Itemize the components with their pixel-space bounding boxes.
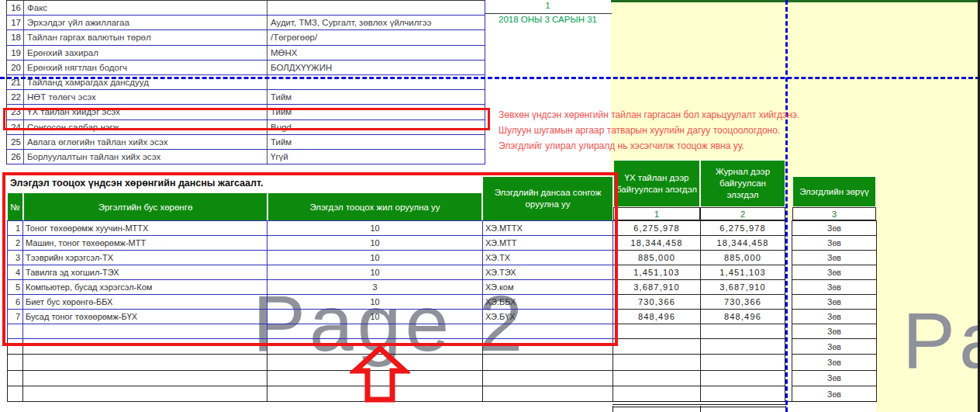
cell-label[interactable]: Борлуулалтын тайлан хийх эсэх bbox=[24, 149, 267, 164]
cell-value[interactable] bbox=[267, 1, 485, 16]
up-arrow-icon bbox=[350, 345, 410, 403]
cell-dep2[interactable]: 3,687,910 bbox=[701, 280, 785, 295]
cell-status[interactable]: Зөв bbox=[792, 355, 877, 370]
cell-status[interactable]: Зөв bbox=[792, 310, 877, 324]
cell-dep2[interactable] bbox=[701, 370, 785, 386]
cell-n[interactable] bbox=[8, 370, 23, 386]
table-row: Зөв bbox=[8, 386, 877, 401]
date-cell-border bbox=[485, 13, 612, 14]
header-cell-dep-journal[interactable]: Журнал дээр байгуулсан элэгдэл bbox=[700, 160, 785, 207]
header-cell-dep-report[interactable]: ҮХ тайлан дээр байгуулсан элэгдэл bbox=[613, 160, 700, 207]
top-green-strip bbox=[611, 0, 980, 2]
cell-dep2[interactable]: 730,366 bbox=[701, 295, 785, 310]
note-line-3: Элэгдлийг улирал улиралд нь хэсэгчилж то… bbox=[499, 140, 744, 151]
cell-status[interactable]: Зөв bbox=[792, 295, 877, 310]
table-row: 19Ерөнхий захиралМӨНХ bbox=[7, 45, 485, 60]
cell-value[interactable]: Тийм bbox=[267, 90, 485, 105]
highlight-box-row-23 bbox=[3, 108, 490, 130]
cell-value[interactable]: Үгүй bbox=[267, 149, 485, 164]
cell-dep1[interactable] bbox=[613, 324, 701, 339]
cell-status[interactable]: Зөв bbox=[792, 251, 877, 265]
total-cell-dep-report[interactable] bbox=[612, 404, 701, 412]
cell-value[interactable]: Тийм bbox=[267, 134, 485, 149]
cell-num[interactable]: 25 bbox=[7, 134, 24, 149]
cell-label[interactable]: Тайлан гаргах валютын төрөл bbox=[24, 30, 267, 45]
cell-dep2[interactable]: 1,451,103 bbox=[701, 265, 785, 280]
note-line-1: Зөвхөн үндсэн хөрөнгийн тайлан гаргасан … bbox=[499, 109, 799, 120]
cell-dep2[interactable]: 6,275,978 bbox=[701, 221, 785, 236]
company-info-rows: 16Факс17Эрхэлдэг үйл ажиллагааАудит, ТМЗ… bbox=[7, 1, 485, 164]
cell-status[interactable]: Зөв bbox=[792, 339, 877, 355]
report-date-cell[interactable]: 2018 ОНЫ 3 САРЫН 31 bbox=[485, 15, 611, 26]
cell-acct[interactable] bbox=[483, 386, 613, 401]
cell-name[interactable] bbox=[23, 386, 267, 401]
cell-label[interactable]: Факс bbox=[24, 1, 267, 16]
cell-dep1[interactable] bbox=[613, 370, 701, 386]
table-row: 16Факс bbox=[7, 1, 485, 16]
cell-status[interactable]: Зөв bbox=[792, 324, 877, 339]
table-row: 18Тайлан гаргах валютын төрөл/Төгрөгөөр/ bbox=[7, 30, 485, 45]
cell-dep1[interactable] bbox=[613, 339, 701, 355]
page-break-horizontal[interactable] bbox=[0, 77, 980, 79]
cell-dep2[interactable]: 848,496 bbox=[701, 310, 785, 324]
header-cell-dep-diff[interactable]: Элэгдлийн зөрүү bbox=[792, 176, 876, 207]
cell-label[interactable]: Ерөнхий нягтлан бодогч bbox=[24, 60, 267, 74]
cell-dep2[interactable] bbox=[701, 355, 785, 370]
cell-status[interactable]: Зөв bbox=[792, 280, 877, 295]
cell-dep1[interactable] bbox=[613, 386, 701, 401]
cell-value[interactable]: БОЛДХҮҮЖИН bbox=[267, 60, 485, 74]
table-row: 17Эрхэлдэг үйл ажиллагааАудит, ТМЗ, Сург… bbox=[7, 16, 485, 30]
cell-name[interactable] bbox=[23, 370, 267, 386]
cell-num[interactable]: 26 bbox=[7, 149, 24, 164]
cell-dep1[interactable]: 18,344,458 bbox=[613, 236, 701, 251]
cell-acct[interactable] bbox=[483, 355, 613, 370]
cell-dep1[interactable] bbox=[613, 355, 701, 370]
cell-value[interactable]: Аудит, ТМЗ, Сургалт, зөвлөх үйлчилгээ bbox=[267, 16, 485, 30]
cell-label[interactable]: НӨТ төлөгч эсэх bbox=[24, 90, 267, 105]
cell-status[interactable]: Зөв bbox=[792, 236, 877, 251]
page-break-vertical[interactable] bbox=[785, 0, 788, 412]
cell-dep1[interactable]: 848,496 bbox=[613, 310, 701, 324]
cell-num[interactable]: 17 bbox=[7, 16, 24, 30]
red-up-arrow bbox=[350, 345, 410, 403]
cell-dep1[interactable]: 885,000 bbox=[613, 251, 701, 265]
column-number-3[interactable]: 3 bbox=[792, 207, 876, 220]
cell-dep1[interactable]: 6,275,978 bbox=[613, 221, 701, 236]
cell-dep2[interactable] bbox=[701, 386, 785, 401]
cell-num[interactable]: 16 bbox=[7, 1, 24, 16]
cell-dep2[interactable] bbox=[701, 324, 785, 339]
cell-label[interactable]: Авлага өглөгийн тайлан хийх эсэх bbox=[24, 134, 267, 149]
cell-num[interactable]: 20 bbox=[7, 60, 24, 74]
cell-acct[interactable] bbox=[483, 370, 613, 386]
cell-dep1[interactable]: 730,366 bbox=[613, 295, 701, 310]
column-number-2[interactable]: 2 bbox=[700, 207, 785, 220]
cell-dep1[interactable]: 1,451,103 bbox=[613, 265, 701, 280]
table-row: 22НӨТ төлөгч эсэхТийм bbox=[7, 90, 485, 105]
cell-status[interactable]: Зөв bbox=[792, 265, 877, 280]
highlight-box-asset-table bbox=[2, 172, 618, 346]
column-number-1[interactable]: 1 bbox=[613, 207, 700, 220]
cell-n[interactable] bbox=[8, 386, 23, 401]
cell-num[interactable]: 19 bbox=[7, 45, 24, 60]
cell-value[interactable]: /Төгрөгөөр/ bbox=[267, 30, 485, 45]
cell-dep2[interactable]: 885,000 bbox=[701, 251, 785, 265]
total-cell-dep-journal[interactable] bbox=[700, 404, 786, 412]
cell-label[interactable]: Эрхэлдэг үйл ажиллагаа bbox=[24, 16, 267, 30]
cell-label[interactable]: Ерөнхий захирал bbox=[24, 45, 267, 60]
cell-dep2[interactable] bbox=[701, 339, 785, 355]
cell-status[interactable]: Зөв bbox=[792, 221, 877, 236]
cell-dep1[interactable]: 3,687,910 bbox=[613, 280, 701, 295]
table-row: 20Ерөнхий нягтлан бодогчБОЛДХҮҮЖИН bbox=[7, 60, 485, 74]
cell-status[interactable]: Зөв bbox=[792, 370, 877, 386]
page-watermark-right: Page bbox=[902, 301, 980, 380]
table-row: 25Авлага өглөгийн тайлан хийх эсэхТийм bbox=[7, 134, 485, 149]
cell-dep2[interactable]: 18,344,458 bbox=[701, 236, 785, 251]
cell-value[interactable]: МӨНХ bbox=[267, 45, 485, 60]
cell-num[interactable]: 18 bbox=[7, 30, 24, 45]
cell-name[interactable] bbox=[23, 355, 267, 370]
cell-n[interactable] bbox=[8, 355, 23, 370]
note-line-2: Шулуун шугамын аргаар татварын хуулийн д… bbox=[499, 125, 780, 136]
cell-status[interactable]: Зөв bbox=[792, 386, 877, 401]
date-column-number[interactable]: 1 bbox=[485, 1, 611, 12]
cell-num[interactable]: 22 bbox=[7, 90, 24, 105]
